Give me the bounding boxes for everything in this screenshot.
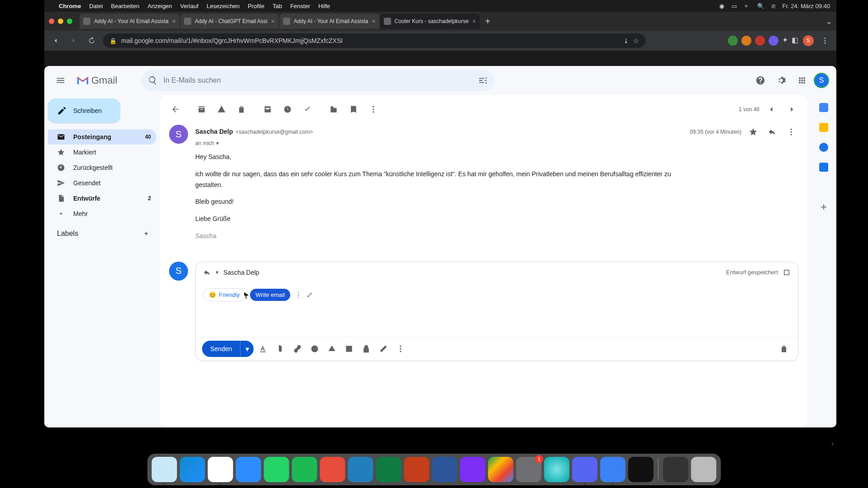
tab-close-icon[interactable]: × <box>372 18 375 25</box>
link-button[interactable] <box>290 341 305 357</box>
dock-app-voice-memos[interactable] <box>628 457 654 482</box>
dock-app-zoom[interactable] <box>236 457 261 482</box>
main-menu-button[interactable] <box>52 71 70 89</box>
search-tune-icon[interactable] <box>478 75 488 85</box>
tab-overflow-button[interactable]: ⌄ <box>826 17 832 26</box>
archive-button[interactable] <box>193 100 211 118</box>
keep-icon[interactable] <box>819 123 828 132</box>
control-center-icon[interactable]: ⎚ <box>772 3 775 9</box>
reply-button[interactable] <box>765 125 779 139</box>
star-message-button[interactable] <box>746 125 760 139</box>
emoji-button[interactable] <box>307 341 322 357</box>
extensions-puzzle-icon[interactable]: ✦ <box>782 36 788 46</box>
drive-button[interactable] <box>324 341 340 357</box>
extension-icon[interactable] <box>741 36 751 46</box>
menubar-app-name[interactable]: Chrome <box>59 3 81 9</box>
dock-app-mission-control[interactable] <box>663 457 689 482</box>
sidepanel-icon[interactable]: ◧ <box>792 36 798 46</box>
browser-tab[interactable]: Addy AI - ChatGPT Email Assi× <box>180 14 278 29</box>
tab-close-icon[interactable]: × <box>271 18 274 25</box>
pager-prev-button[interactable] <box>762 100 780 118</box>
report-spam-button[interactable] <box>212 100 231 118</box>
dock-app-safari[interactable] <box>180 457 205 482</box>
mark-unread-button[interactable] <box>259 100 277 118</box>
dock-app-finder[interactable] <box>152 457 177 482</box>
menu-item[interactable]: Fenster <box>290 3 310 9</box>
sidebar-item-sent[interactable]: Gesendet <box>48 175 156 191</box>
sender-name[interactable]: Sascha Delp <box>195 128 233 135</box>
extension-icon[interactable] <box>769 36 778 46</box>
confidential-button[interactable] <box>359 341 374 357</box>
dock-app-excel[interactable] <box>376 457 401 482</box>
menu-item[interactable]: Anzeigen <box>147 3 172 9</box>
recipient-line[interactable]: an mich▾ <box>195 140 798 146</box>
chrome-profile-avatar[interactable]: S <box>803 35 814 46</box>
browser-tab[interactable]: Addy AI - Your AI Email Assista× <box>279 14 379 29</box>
image-button[interactable] <box>341 341 357 357</box>
calendar-icon[interactable] <box>819 103 828 112</box>
chrome-menu-button[interactable] <box>818 34 832 47</box>
account-avatar[interactable]: S <box>814 73 829 88</box>
pager-next-button[interactable] <box>783 100 801 118</box>
window-zoom-button[interactable] <box>67 19 72 24</box>
apps-grid-button[interactable] <box>793 71 811 89</box>
dock-app-quicktime[interactable] <box>600 457 626 482</box>
dock-app-trello[interactable] <box>348 457 373 482</box>
tasks-icon[interactable] <box>819 143 828 152</box>
dock-app-settings[interactable] <box>516 457 542 482</box>
menu-item[interactable]: Hilfe <box>318 3 330 9</box>
tone-chip[interactable]: 😊Friendly <box>203 288 245 301</box>
wifi-icon[interactable]: ᯤ <box>744 3 750 9</box>
format-button[interactable] <box>255 341 271 357</box>
tab-close-icon[interactable]: × <box>172 18 176 25</box>
spotlight-icon[interactable]: 🔍 <box>757 3 764 9</box>
collapse-sidepanel-button[interactable]: › <box>831 440 834 448</box>
back-button[interactable] <box>49 34 62 47</box>
address-bar[interactable]: 🔒 mail.google.com/mail/u/1/#inbox/QgrcJH… <box>103 33 646 48</box>
sidebar-item-inbox[interactable]: Posteingang40 <box>48 129 156 145</box>
install-icon[interactable]: ⤓ <box>623 37 629 44</box>
settings-button[interactable] <box>772 71 790 89</box>
reply-icon[interactable] <box>203 268 211 277</box>
menu-item[interactable]: Datei <box>89 3 103 9</box>
more-button[interactable] <box>364 100 382 118</box>
contacts-icon[interactable] <box>819 163 828 172</box>
star-icon[interactable]: ☆ <box>633 37 639 44</box>
reload-button[interactable] <box>85 34 99 47</box>
gmail-logo[interactable]: Gmail <box>76 75 117 86</box>
search-input[interactable] <box>163 76 472 84</box>
menu-item[interactable]: Verlauf <box>180 3 198 9</box>
dock-app-siri[interactable] <box>544 457 570 482</box>
add-to-tasks-button[interactable] <box>298 100 316 118</box>
menu-item[interactable]: Tab <box>273 3 282 9</box>
labels-button[interactable] <box>344 100 363 118</box>
compose-button[interactable]: Schreiben <box>48 99 120 123</box>
extension-icon[interactable] <box>728 36 738 46</box>
dock-app-word[interactable] <box>432 457 458 482</box>
browser-tab[interactable]: Cooler Kurs - saschadelpkurse× <box>380 14 480 29</box>
write-email-button[interactable]: Write email <box>250 289 290 301</box>
delete-button[interactable] <box>232 100 250 118</box>
menu-item[interactable]: Bearbeiten <box>111 3 139 9</box>
addy-more-icon[interactable]: ⋮ <box>295 291 302 299</box>
compose-more-button[interactable] <box>393 341 408 357</box>
dock-app-whatsapp[interactable] <box>264 457 289 482</box>
signature-button[interactable] <box>376 341 391 357</box>
send-options-button[interactable]: ▾ <box>240 341 254 357</box>
get-addons-button[interactable]: + <box>821 201 827 213</box>
send-button[interactable]: Senden ▾ <box>202 341 254 357</box>
browser-tab[interactable]: Addy AI - Your AI Email Assista× <box>80 14 179 29</box>
expand-icon[interactable]: ⤢ <box>307 291 312 299</box>
chevron-down-icon[interactable]: ▾ <box>216 269 219 276</box>
search-bar[interactable] <box>142 70 494 91</box>
dock-app-chrome[interactable] <box>208 457 233 482</box>
sidebar-item-snoozed[interactable]: Zurückgestellt <box>48 160 156 175</box>
discard-draft-button[interactable] <box>776 341 792 357</box>
window-close-button[interactable] <box>49 19 54 24</box>
add-label-button[interactable]: + <box>144 230 148 238</box>
snooze-button[interactable] <box>278 100 297 118</box>
dock-app-spotify[interactable] <box>292 457 317 482</box>
back-to-inbox-button[interactable] <box>166 100 184 118</box>
attach-button[interactable] <box>273 341 288 357</box>
move-to-button[interactable] <box>325 100 343 118</box>
